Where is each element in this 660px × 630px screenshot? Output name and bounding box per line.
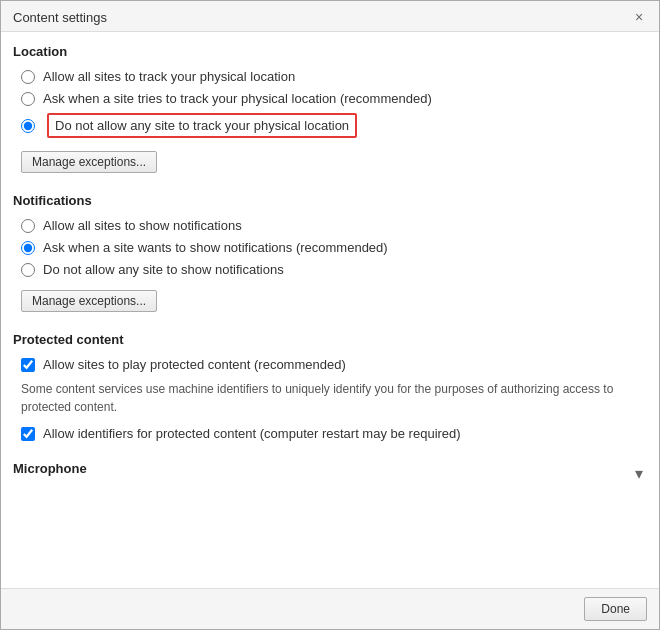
notifications-section-title: Notifications (13, 193, 643, 208)
location-option-2[interactable]: Ask when a site tries to track your phys… (21, 91, 643, 106)
protected-content-label-2: Allow identifiers for protected content … (43, 426, 461, 441)
notifications-radio-1[interactable] (21, 219, 35, 233)
location-section: Location Allow all sites to track your p… (13, 44, 643, 173)
notifications-section: Notifications Allow all sites to show no… (13, 193, 643, 312)
location-manage-exceptions-button[interactable]: Manage exceptions... (21, 151, 157, 173)
notifications-radio-3[interactable] (21, 263, 35, 277)
notifications-option-2[interactable]: Ask when a site wants to show notificati… (21, 240, 643, 255)
microphone-section-title: Microphone (13, 461, 87, 476)
dialog-footer: Done (1, 588, 659, 629)
location-radio-2[interactable] (21, 92, 35, 106)
protected-content-check-1[interactable] (21, 358, 35, 372)
location-label-1: Allow all sites to track your physical l… (43, 69, 295, 84)
location-radio-3[interactable] (21, 119, 35, 133)
notifications-label-2: Ask when a site wants to show notificati… (43, 240, 388, 255)
microphone-section-header[interactable]: Microphone ▾ (13, 461, 643, 490)
dialog-title: Content settings (13, 10, 107, 25)
protected-content-section-title: Protected content (13, 332, 643, 347)
location-highlighted-option: Do not allow any site to track your phys… (47, 113, 357, 138)
location-label-3: Do not allow any site to track your phys… (55, 118, 349, 133)
location-label-2: Ask when a site tries to track your phys… (43, 91, 432, 106)
protected-content-checkbox-1[interactable]: Allow sites to play protected content (r… (21, 357, 643, 372)
protected-content-info-text: Some content services use machine identi… (21, 380, 635, 416)
notifications-label-3: Do not allow any site to show notificati… (43, 262, 284, 277)
protected-content-checkbox-2[interactable]: Allow identifiers for protected content … (21, 426, 643, 441)
protected-content-section: Protected content Allow sites to play pr… (13, 332, 643, 441)
done-button[interactable]: Done (584, 597, 647, 621)
chevron-down-icon: ▾ (635, 464, 643, 483)
notifications-option-1[interactable]: Allow all sites to show notifications (21, 218, 643, 233)
protected-content-label-1: Allow sites to play protected content (r… (43, 357, 346, 372)
location-section-title: Location (13, 44, 643, 59)
notifications-option-3[interactable]: Do not allow any site to show notificati… (21, 262, 643, 277)
notifications-radio-2[interactable] (21, 241, 35, 255)
protected-content-check-2[interactable] (21, 427, 35, 441)
location-radio-1[interactable] (21, 70, 35, 84)
dialog-body: Location Allow all sites to track your p… (1, 32, 659, 588)
notifications-label-1: Allow all sites to show notifications (43, 218, 242, 233)
microphone-section: Microphone ▾ (13, 461, 643, 490)
location-option-1[interactable]: Allow all sites to track your physical l… (21, 69, 643, 84)
content-settings-dialog: Content settings × Location Allow all si… (0, 0, 660, 630)
notifications-manage-exceptions-button[interactable]: Manage exceptions... (21, 290, 157, 312)
dialog-titlebar: Content settings × (1, 1, 659, 32)
location-option-3[interactable]: Do not allow any site to track your phys… (21, 113, 643, 138)
close-button[interactable]: × (631, 9, 647, 25)
